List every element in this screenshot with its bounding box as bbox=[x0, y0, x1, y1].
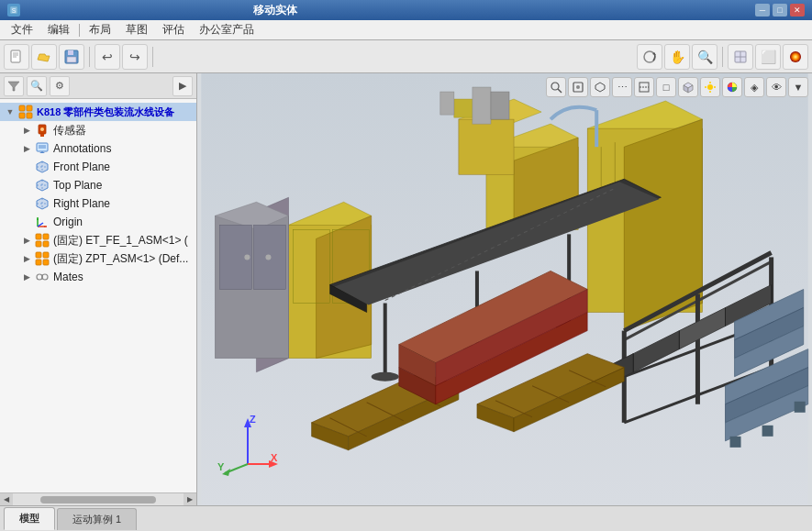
view-orient-button[interactable] bbox=[728, 44, 753, 70]
svg-point-52 bbox=[551, 83, 559, 90]
tree-label-root: K818 零部件类包装流水线设备 bbox=[37, 105, 196, 119]
svg-rect-80 bbox=[459, 119, 514, 174]
menu-file[interactable]: 文件 bbox=[4, 20, 40, 39]
tree-label-origin: Origin bbox=[53, 216, 196, 228]
tree-item-annotations[interactable]: ▶ Annotations bbox=[0, 139, 196, 158]
expand-zpt-asm-icon[interactable]: ▶ bbox=[20, 252, 33, 265]
tab-motion-study[interactable]: 运动算例 1 bbox=[57, 508, 137, 530]
feature-tree-panel: 🔍 ⚙ ▶ ▼ K818 零部件类包装流水线设备 bbox=[0, 73, 197, 505]
tree-label-sensor: 传感器 bbox=[53, 123, 196, 138]
open-button[interactable] bbox=[31, 44, 57, 70]
tree-item-top-plane[interactable]: ▶ Top Plane bbox=[0, 176, 196, 194]
tree-item-et-asm[interactable]: ▶ (固定) ET_FE_1_ASM<1> ( bbox=[0, 231, 196, 249]
view-selector-button[interactable] bbox=[590, 77, 610, 97]
pan-button[interactable]: ✋ bbox=[664, 44, 690, 70]
save-button[interactable] bbox=[59, 44, 84, 70]
tree-item-right-plane[interactable]: ▶ Right Plane bbox=[0, 194, 196, 213]
hscroll-right[interactable]: ▶ bbox=[184, 493, 196, 506]
more-view-button[interactable]: ▼ bbox=[788, 77, 808, 97]
menu-sketch[interactable]: 草图 bbox=[118, 20, 155, 39]
rotate-view-button[interactable] bbox=[637, 44, 662, 70]
tree-label-front-plane: Front Plane bbox=[53, 160, 196, 173]
svg-rect-21 bbox=[40, 134, 44, 137]
normal-to-button[interactable] bbox=[568, 77, 588, 97]
tree-item-zpt-asm[interactable]: ▶ (固定) ZPT_ASM<1> (Def... bbox=[0, 249, 196, 268]
search-tree-button[interactable]: 🔍 bbox=[27, 76, 47, 96]
hscroll-thumb[interactable] bbox=[40, 496, 156, 503]
svg-rect-18 bbox=[19, 113, 25, 118]
svg-rect-139 bbox=[491, 92, 509, 119]
new-button[interactable] bbox=[4, 44, 29, 70]
svg-text:Z: Z bbox=[250, 414, 256, 425]
expand-mates-icon[interactable]: ▶ bbox=[20, 271, 33, 283]
tree-label-et-asm: (固定) ET_FE_1_ASM<1> ( bbox=[53, 233, 196, 249]
view-3d-button[interactable] bbox=[678, 77, 698, 97]
lighting-button[interactable] bbox=[700, 77, 720, 97]
zoom-button[interactable]: 🔍 bbox=[692, 44, 717, 70]
assembly-icon bbox=[18, 105, 33, 119]
transparency-button[interactable]: ◈ bbox=[744, 77, 764, 97]
svg-rect-125 bbox=[762, 426, 773, 437]
close-button[interactable]: ✕ bbox=[790, 4, 805, 17]
title-text: 移动实体 bbox=[253, 3, 297, 18]
section-view-button[interactable] bbox=[634, 77, 654, 97]
svg-point-133 bbox=[372, 372, 399, 382]
tree-item-sensor[interactable]: ▶ 传感器 bbox=[0, 121, 196, 139]
expand-root-icon[interactable]: ▼ bbox=[4, 105, 17, 118]
expand-panel-button[interactable]: ▶ bbox=[172, 76, 193, 96]
tab-model[interactable]: 模型 bbox=[4, 507, 55, 530]
sensor-icon bbox=[35, 123, 50, 138]
svg-rect-19 bbox=[27, 113, 32, 118]
minimize-button[interactable]: ─ bbox=[755, 4, 770, 17]
tree-item-mates[interactable]: ▶ Mates bbox=[0, 268, 196, 286]
tree-item-root[interactable]: ▼ K818 零部件类包装流水线设备 bbox=[0, 103, 196, 121]
color-display-button[interactable] bbox=[722, 77, 742, 97]
expand-sensor-icon[interactable]: ▶ bbox=[20, 124, 33, 137]
menu-evaluate[interactable]: 评估 bbox=[155, 20, 192, 39]
display-style-button[interactable]: □ bbox=[656, 77, 676, 97]
settings-tree-button[interactable]: ⚙ bbox=[50, 76, 70, 96]
svg-rect-8 bbox=[67, 57, 76, 62]
filter-button[interactable] bbox=[4, 76, 24, 96]
svg-line-53 bbox=[558, 89, 562, 93]
svg-rect-17 bbox=[27, 105, 32, 111]
3d-model-area: Z X Y bbox=[197, 73, 812, 505]
hide-show-button[interactable]: 👁 bbox=[766, 77, 786, 97]
svg-rect-46 bbox=[43, 252, 49, 258]
expand-annotations-icon[interactable]: ▶ bbox=[20, 142, 33, 155]
expand-et-asm-icon[interactable]: ▶ bbox=[20, 234, 33, 247]
color-button[interactable] bbox=[783, 44, 808, 70]
menu-bar: 文件 编辑 布局 草图 评估 办公室产品 bbox=[0, 20, 812, 40]
view-settings-button[interactable]: ⋯ bbox=[612, 77, 632, 97]
svg-rect-140 bbox=[440, 92, 454, 115]
svg-rect-7 bbox=[68, 50, 73, 55]
svg-marker-15 bbox=[8, 82, 19, 91]
tree-label-top-plane: Top Plane bbox=[53, 179, 196, 192]
mates-icon bbox=[35, 270, 50, 284]
tree-label-right-plane: Right Plane bbox=[53, 197, 196, 210]
display-mode-button[interactable]: ⬜ bbox=[755, 44, 781, 70]
viewport[interactable]: ⋯ □ ◈ 👁 ▼ bbox=[197, 73, 812, 505]
title-bar: S 移动实体 ─ □ ✕ bbox=[0, 0, 812, 20]
maximize-button[interactable]: □ bbox=[773, 4, 787, 17]
undo-button[interactable]: ↩ bbox=[95, 44, 120, 70]
menu-layout[interactable]: 布局 bbox=[82, 20, 118, 39]
tree-item-front-plane[interactable]: ▶ Front Plane bbox=[0, 158, 196, 176]
zoom-to-fit-button[interactable] bbox=[546, 77, 566, 97]
svg-point-58 bbox=[707, 84, 713, 90]
panel-toolbar: 🔍 ⚙ ▶ bbox=[0, 73, 196, 99]
panel-hscroll: ◀ ▶ bbox=[0, 492, 196, 505]
menu-office[interactable]: 办公室产品 bbox=[192, 20, 261, 39]
svg-point-49 bbox=[37, 274, 42, 280]
menu-edit[interactable]: 编辑 bbox=[40, 20, 77, 39]
tree-label-annotations: Annotations bbox=[53, 142, 196, 155]
svg-rect-47 bbox=[36, 260, 41, 265]
plane-icon-top bbox=[35, 178, 50, 193]
plane-icon-right bbox=[35, 196, 50, 211]
origin-icon bbox=[35, 215, 50, 229]
svg-rect-45 bbox=[36, 252, 41, 258]
svg-rect-43 bbox=[36, 241, 41, 247]
tree-item-origin[interactable]: ▶ Origin bbox=[0, 213, 196, 231]
hscroll-left[interactable]: ◀ bbox=[0, 493, 13, 506]
redo-button[interactable]: ↪ bbox=[122, 44, 148, 70]
